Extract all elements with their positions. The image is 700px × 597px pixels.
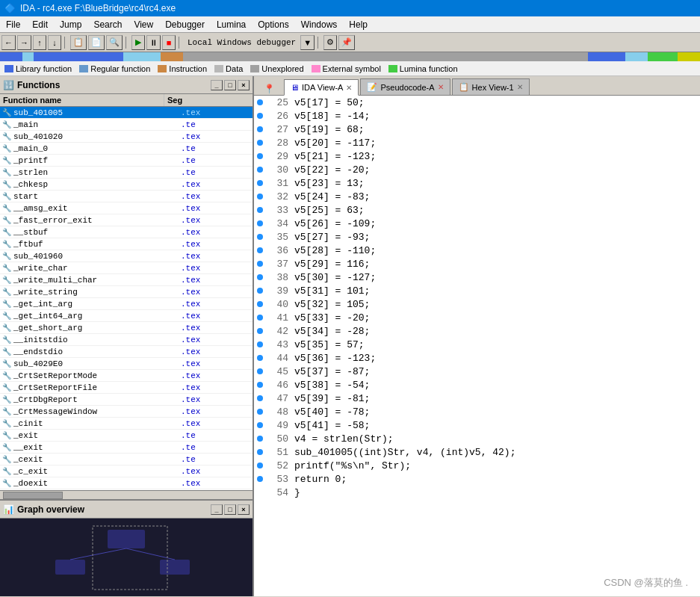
code-line[interactable]: 49 v5[41] = -58; xyxy=(254,418,700,432)
func-row[interactable]: 🔧 _main .te xyxy=(0,119,253,131)
tb-pause[interactable]: ⏸ xyxy=(146,35,161,50)
menu-windows[interactable]: Windows xyxy=(295,18,344,31)
func-row[interactable]: 🔧 sub_401020 .tex xyxy=(0,131,253,143)
tb-fwd[interactable]: → xyxy=(17,35,31,50)
code-line[interactable]: 54 } xyxy=(254,486,700,499)
code-line[interactable]: 53 return 0; xyxy=(254,472,700,486)
graph-maximize[interactable]: □ xyxy=(224,504,236,515)
panel-maximize[interactable]: □ xyxy=(224,80,236,90)
code-line[interactable]: 44 v5[36] = -123; xyxy=(254,351,700,365)
code-line[interactable]: 51 sub_401005((int)Str, v4, (int)v5, 42)… xyxy=(254,445,700,459)
tb-down[interactable]: ↓ xyxy=(48,35,61,50)
code-line[interactable]: 40 v5[32] = 105; xyxy=(254,297,700,311)
tb-copy[interactable]: 📋 xyxy=(70,35,87,50)
menu-lumina[interactable]: Lumina xyxy=(211,18,252,31)
code-line[interactable]: 30 v5[22] = -20; xyxy=(254,163,700,176)
code-line[interactable]: 46 v5[38] = -54; xyxy=(254,378,700,392)
code-line[interactable]: 47 v5[39] = -81; xyxy=(254,392,700,405)
panel-close[interactable]: × xyxy=(238,80,250,90)
func-row[interactable]: 🔧 _main_0 .te xyxy=(0,143,253,155)
tab-ida-view-a[interactable]: 🖥 IDA View-A ✕ xyxy=(284,79,359,96)
code-line[interactable]: 26 v5[18] = -14; xyxy=(254,109,700,123)
func-row[interactable]: 🔧 __exit .te xyxy=(0,442,253,454)
tab-pseudocode-a[interactable]: 📝 Pseudocode-A ✕ xyxy=(360,78,450,95)
functions-hscroll[interactable] xyxy=(0,490,253,499)
tb-search[interactable]: 🔍 xyxy=(106,35,123,50)
graph-minimize[interactable]: _ xyxy=(211,504,223,515)
func-row[interactable]: 🔧 _ftbuf .tex xyxy=(0,238,253,250)
code-area[interactable]: 25 v5[17] = 50; 26 v5[18] = -14; 27 v5[1… xyxy=(254,96,700,596)
code-line[interactable]: 43 v5[35] = 57; xyxy=(254,338,700,351)
code-line[interactable]: 36 v5[28] = -110; xyxy=(254,244,700,257)
tab-hex-view[interactable]: 📋 Hex View-1 ✕ xyxy=(452,78,530,95)
func-row[interactable]: 🔧 _cinit .tex xyxy=(0,418,253,430)
func-row[interactable]: 🔧 _fast_error_exit .tex xyxy=(0,214,253,226)
func-row[interactable]: 🔧 _CrtDbgReport .tex xyxy=(0,394,253,406)
tb-stop[interactable]: ■ xyxy=(162,35,176,50)
code-line[interactable]: 42 v5[34] = -28; xyxy=(254,324,700,338)
func-row[interactable]: 🔧 __initstdio .tex xyxy=(0,334,253,346)
func-row[interactable]: 🔧 _write_char .tex xyxy=(0,262,253,274)
func-row[interactable]: 🔧 __endstdio .tex xyxy=(0,346,253,358)
tb-dropdown[interactable]: ▼ xyxy=(300,35,315,50)
tab-pseudo-close[interactable]: ✕ xyxy=(438,83,444,91)
func-row[interactable]: 🔧 _CrtSetReportMode .tex xyxy=(0,370,253,382)
tab-hex-close[interactable]: ✕ xyxy=(517,83,523,91)
code-line[interactable]: 31 v5[23] = 13; xyxy=(254,176,700,190)
code-line[interactable]: 25 v5[17] = 50; xyxy=(254,96,700,109)
func-row[interactable]: 🔧 _write_string .tex xyxy=(0,286,253,298)
code-line[interactable]: 29 v5[21] = -123; xyxy=(254,149,700,163)
hscroll-thumb[interactable] xyxy=(3,492,63,499)
functions-table[interactable]: Function name Seg 🔧 sub_401005 .tex 🔧 _m… xyxy=(0,94,253,490)
menu-jump[interactable]: Jump xyxy=(54,18,87,31)
func-row[interactable]: 🔧 _doexit .tex xyxy=(0,477,253,489)
func-row[interactable]: 🔧 _cexit .te xyxy=(0,454,253,465)
code-line[interactable]: 35 v5[27] = -93; xyxy=(254,230,700,244)
tb-up[interactable]: ↑ xyxy=(33,35,46,50)
func-row[interactable]: 🔧 _CrtSetReportFile .tex xyxy=(0,382,253,394)
panel-minimize[interactable]: _ xyxy=(211,80,223,90)
func-row[interactable]: 🔧 start .tex xyxy=(0,191,253,202)
tb-paste[interactable]: 📄 xyxy=(88,35,105,50)
func-row[interactable]: 🔧 _printf .te xyxy=(0,155,253,167)
func-row[interactable]: 🔧 _chkesp .tex xyxy=(0,179,253,191)
func-row[interactable]: 🔧 _exit .te xyxy=(0,430,253,442)
func-row[interactable]: 🔧 _c_exit .tex xyxy=(0,465,253,477)
code-line[interactable]: 39 v5[31] = 101; xyxy=(254,284,700,297)
func-row[interactable]: 🔧 _write_multi_char .tex xyxy=(0,274,253,286)
code-line[interactable]: 28 v5[20] = -117; xyxy=(254,136,700,149)
code-line[interactable]: 32 v5[24] = -83; xyxy=(254,190,700,203)
code-line[interactable]: 48 v5[40] = -78; xyxy=(254,405,700,418)
func-row[interactable]: 🔧 _CrtMessageWindow .tex xyxy=(0,406,253,418)
menu-view[interactable]: View xyxy=(128,18,159,31)
func-row[interactable]: 🔧 sub_401005 .tex xyxy=(0,107,253,119)
code-line[interactable]: 52 printf("%s\n", Str); xyxy=(254,459,700,472)
code-line[interactable]: 38 v5[30] = -127; xyxy=(254,270,700,284)
menu-debugger[interactable]: Debugger xyxy=(159,18,211,31)
func-row[interactable]: 🔧 _strlen .te xyxy=(0,167,253,179)
tab-ida-close[interactable]: ✕ xyxy=(346,84,352,92)
code-line[interactable]: 27 v5[19] = 68; xyxy=(254,123,700,136)
menu-file[interactable]: File xyxy=(0,18,26,31)
func-row[interactable]: 🔧 __amsg_exit .tex xyxy=(0,202,253,214)
code-line[interactable]: 50 v4 = strlen(Str); xyxy=(254,432,700,445)
func-row[interactable]: 🔧 _get_short_arg .tex xyxy=(0,322,253,334)
code-line[interactable]: 45 v5[37] = -87; xyxy=(254,365,700,378)
tb-settings[interactable]: ⚙ xyxy=(323,35,337,50)
code-line[interactable]: 37 v5[29] = 116; xyxy=(254,257,700,270)
code-line[interactable]: 34 v5[26] = -109; xyxy=(254,217,700,230)
func-row[interactable]: 🔧 __stbuf .tex xyxy=(0,226,253,238)
func-row[interactable]: 🔧 _get_int_arg .tex xyxy=(0,298,253,310)
code-line[interactable]: 41 v5[33] = -20; xyxy=(254,311,700,324)
menu-options[interactable]: Options xyxy=(252,18,294,31)
tb-run[interactable]: ▶ xyxy=(131,35,145,50)
tb-back[interactable]: ← xyxy=(1,35,16,50)
code-line[interactable]: 33 v5[25] = 63; xyxy=(254,203,700,217)
func-row[interactable]: 🔧 sub_401960 .tex xyxy=(0,250,253,262)
tb-pin[interactable]: 📌 xyxy=(338,35,355,50)
graph-close[interactable]: × xyxy=(238,504,250,515)
menu-search[interactable]: Search xyxy=(87,18,128,31)
menu-help[interactable]: Help xyxy=(343,18,374,31)
func-row[interactable]: 🔧 _get_int64_arg .tex xyxy=(0,310,253,322)
menu-edit[interactable]: Edit xyxy=(26,18,54,31)
